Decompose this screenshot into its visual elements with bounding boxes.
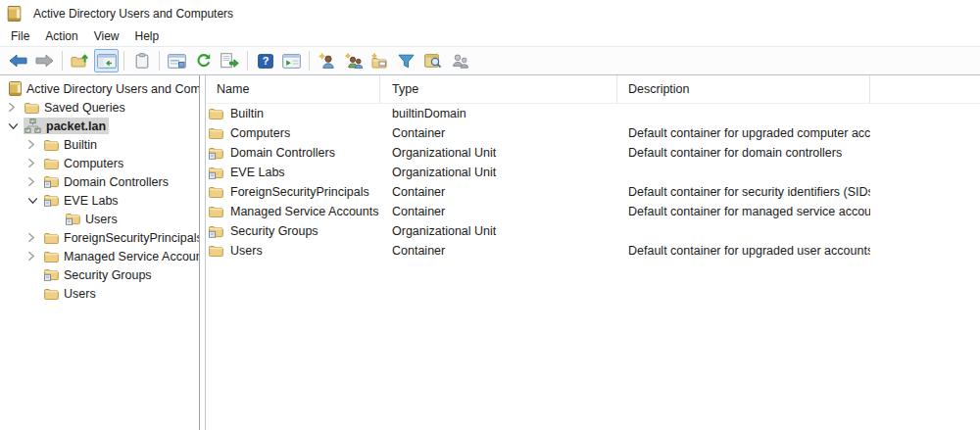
- folder-icon: [44, 232, 59, 244]
- item-type: Container: [392, 205, 445, 218]
- new-group-button[interactable]: [341, 49, 366, 72]
- menu-view[interactable]: View: [86, 27, 127, 45]
- tree-item-label: Domain Controllers: [64, 175, 169, 189]
- tree-item-eve-labs[interactable]: EVE Labs: [0, 191, 199, 210]
- tree-item-label: Active Directory Users and Computers: [26, 82, 200, 96]
- folder-icon: [209, 206, 223, 217]
- new-user-button[interactable]: [315, 49, 339, 72]
- svg-text:?: ?: [262, 55, 269, 67]
- list-row-users[interactable]: UsersContainerDefault container for upgr…: [206, 241, 980, 261]
- item-type: Container: [392, 185, 445, 199]
- properties-button[interactable]: [129, 49, 154, 72]
- folder-icon: [44, 158, 59, 169]
- item-description: Default container for upgraded computer …: [628, 126, 870, 140]
- export-list-button[interactable]: [218, 49, 242, 72]
- folder-icon: [44, 251, 59, 263]
- column-header-label: Description: [628, 82, 690, 96]
- new-user-icon: [318, 53, 336, 69]
- details-pane: NameTypeDescription BuiltinbuiltinDomain…: [205, 75, 980, 430]
- domain-icon: [24, 119, 41, 133]
- menu-file[interactable]: File: [3, 27, 37, 45]
- chevron-down-icon[interactable]: [25, 197, 43, 205]
- tree-item-label: Users: [64, 287, 96, 301]
- titlebar: Active Directory Users and Computers: [0, 0, 980, 26]
- column-header-type[interactable]: Type: [380, 75, 617, 103]
- app-book-icon: [7, 6, 22, 22]
- menu-help[interactable]: Help: [127, 27, 168, 45]
- list-row-eve-labs[interactable]: EVE LabsOrganizational Unit: [206, 163, 980, 182]
- folder-icon: [209, 186, 223, 198]
- tree-item-foreignsecurityprincipals[interactable]: ForeignSecurityPrincipals: [0, 228, 199, 247]
- list-row-domain-controllers[interactable]: Domain ControllersOrganizational UnitDef…: [206, 143, 980, 163]
- tree-item-packet-lan[interactable]: packet.lan: [0, 117, 199, 135]
- delegate-button[interactable]: [447, 49, 471, 72]
- filter-button[interactable]: [394, 49, 418, 72]
- tree-item-security-groups[interactable]: Security Groups: [0, 265, 199, 284]
- toolbar-separator: [309, 51, 310, 71]
- item-name: Computers: [230, 126, 290, 140]
- show-console-tree-button[interactable]: [94, 49, 119, 72]
- item-description: Default container for domain controllers: [628, 146, 842, 160]
- tree-item-builtin[interactable]: Builtin: [0, 135, 199, 154]
- arrow-right-icon: [35, 54, 54, 68]
- tree-item-active-directory-users-and-computers[interactable]: Active Directory Users and Computers: [0, 79, 199, 98]
- column-header-name[interactable]: Name: [206, 75, 380, 103]
- chevron-right-icon[interactable]: [25, 139, 43, 150]
- find-button[interactable]: [420, 49, 445, 72]
- tree-item-domain-controllers[interactable]: Domain Controllers: [0, 172, 199, 191]
- item-type: Container: [392, 126, 445, 140]
- up-folder-icon: [71, 53, 90, 69]
- list-row-builtin[interactable]: BuiltinbuiltinDomain: [206, 104, 980, 123]
- arrow-left-icon: [9, 54, 27, 68]
- standard-window-button[interactable]: [165, 49, 189, 72]
- toolbar-separator: [62, 51, 63, 71]
- column-header-label: Name: [217, 82, 249, 96]
- folder-icon: [44, 288, 59, 300]
- help-icon: ?: [258, 54, 273, 69]
- list-row-computers[interactable]: ComputersContainerDefault container for …: [206, 123, 980, 143]
- up-one-level-button[interactable]: [68, 49, 92, 72]
- tree-item-label: Builtin: [64, 138, 97, 152]
- toolbar-separator: [247, 51, 248, 71]
- item-name: Managed Service Accounts: [230, 205, 378, 218]
- folder-icon: [24, 102, 39, 114]
- toolbar: ?: [0, 46, 980, 75]
- window-title: Active Directory Users and Computers: [33, 7, 233, 21]
- tree-item-managed-service-accounts[interactable]: Managed Service Accounts: [0, 247, 199, 265]
- list-row-managed-service-accounts[interactable]: Managed Service AccountsContainerDefault…: [206, 202, 980, 221]
- new-ou-icon: [370, 53, 389, 69]
- window-list-icon: [168, 54, 186, 69]
- clipboard-icon: [135, 53, 149, 69]
- chevron-down-icon[interactable]: [6, 122, 24, 130]
- folder-icon: [44, 139, 59, 151]
- tree-item-label: EVE Labs: [64, 194, 119, 208]
- refresh-button[interactable]: [191, 49, 216, 72]
- item-name: Users: [230, 244, 263, 258]
- item-type: Organizational Unit: [392, 224, 496, 238]
- tree-item-computers[interactable]: Computers: [0, 154, 199, 172]
- list-row-security-groups[interactable]: Security GroupsOrganizational Unit: [206, 221, 980, 241]
- find-icon: [424, 53, 442, 69]
- toolbar-separator: [123, 51, 124, 71]
- back-button[interactable]: [6, 49, 30, 72]
- chevron-right-icon[interactable]: [25, 251, 43, 262]
- export-list-icon: [220, 53, 239, 69]
- chevron-right-icon[interactable]: [25, 158, 43, 168]
- new-ou-button[interactable]: [368, 49, 392, 72]
- chevron-right-icon[interactable]: [25, 232, 43, 243]
- menu-action[interactable]: Action: [37, 27, 85, 45]
- help-button[interactable]: ?: [253, 49, 277, 72]
- item-type: Organizational Unit: [392, 166, 496, 179]
- chevron-right-icon[interactable]: [6, 102, 24, 113]
- tree-item-users[interactable]: Users: [0, 210, 199, 228]
- tree-item-saved-queries[interactable]: Saved Queries: [0, 98, 199, 117]
- forward-button[interactable]: [32, 49, 57, 72]
- column-header-description[interactable]: Description: [617, 75, 870, 103]
- tree-item-users[interactable]: Users: [0, 284, 199, 303]
- show-window-button[interactable]: [279, 49, 304, 72]
- run-window-icon: [282, 54, 301, 69]
- tree-item-label: ForeignSecurityPrincipals: [64, 231, 200, 245]
- book-icon: [9, 81, 22, 96]
- chevron-right-icon[interactable]: [25, 176, 43, 187]
- list-row-foreignsecurityprincipals[interactable]: ForeignSecurityPrincipalsContainerDefaul…: [206, 182, 980, 202]
